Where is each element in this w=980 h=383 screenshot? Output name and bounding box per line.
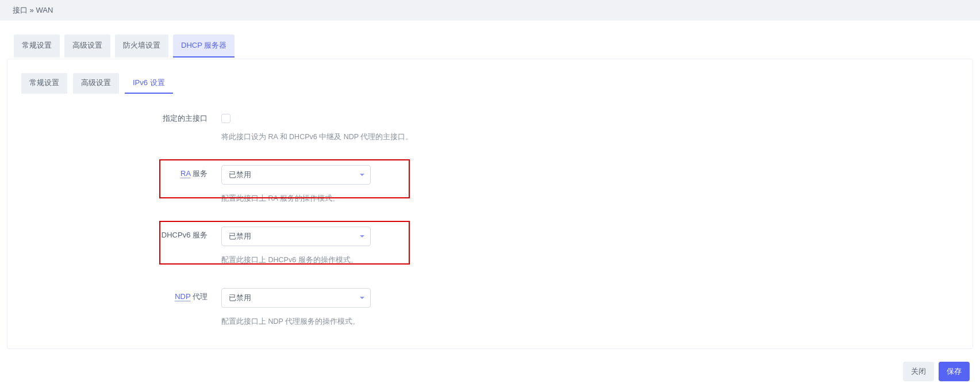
help-ndp-proxy: 配置此接口上 NDP 代理服务的操作模式。 xyxy=(221,317,371,327)
chevron-down-icon xyxy=(360,174,364,176)
footer-actions: 关闭 保存 xyxy=(7,362,970,381)
field-ra-service: RA 服务 已禁用 配置此接口上 RA 服务的操作模式。 xyxy=(19,162,961,207)
select-ndp-proxy[interactable]: 已禁用 xyxy=(221,288,371,308)
field-master-interface: 指定的主接口 将此接口设为 RA 和 DHCPv6 中继及 NDP 代理的主接口… xyxy=(19,106,961,145)
chevron-down-icon xyxy=(360,235,364,238)
tab-advanced[interactable]: 高级设置 xyxy=(64,35,110,58)
select-dhcpv6-service[interactable]: 已禁用 xyxy=(221,227,371,246)
inner-tab-ipv6[interactable]: IPv6 设置 xyxy=(125,73,173,94)
breadcrumb-sep: » xyxy=(28,6,36,14)
label-ndp-proxy: NDP 代理 xyxy=(19,288,221,302)
label-ra-service: RA 服务 xyxy=(19,165,221,179)
tab-firewall[interactable]: 防火墙设置 xyxy=(115,35,168,58)
select-ra-service[interactable]: 已禁用 xyxy=(221,165,371,185)
chevron-down-icon xyxy=(360,297,364,299)
link-ndp[interactable]: NDP xyxy=(175,292,190,301)
inner-tab-general[interactable]: 常规设置 xyxy=(21,73,67,94)
select-dhcpv6-value: 已禁用 xyxy=(229,231,251,242)
dhcp-server-panel: 常规设置 高级设置 IPv6 设置 指定的主接口 将此接口设为 RA 和 DHC… xyxy=(7,59,973,349)
label-master-interface: 指定的主接口 xyxy=(19,110,221,124)
close-button[interactable]: 关闭 xyxy=(903,362,934,381)
checkbox-master-interface[interactable] xyxy=(221,114,230,123)
breadcrumb-interface[interactable]: 接口 xyxy=(13,6,28,14)
inner-tabs: 常规设置 高级设置 IPv6 设置 xyxy=(21,73,961,94)
label-dhcpv6-service: DHCPv6 服务 xyxy=(19,227,221,240)
label-ra-suffix: 服务 xyxy=(190,169,207,178)
save-button[interactable]: 保存 xyxy=(939,362,970,381)
tab-general[interactable]: 常规设置 xyxy=(14,35,60,58)
select-ndp-value: 已禁用 xyxy=(229,293,251,303)
field-ndp-proxy: NDP 代理 已禁用 配置此接口上 NDP 代理服务的操作模式。 xyxy=(19,285,961,330)
label-ndp-suffix: 代理 xyxy=(190,292,207,301)
help-ra-service: 配置此接口上 RA 服务的操作模式。 xyxy=(221,194,371,204)
help-master-interface: 将此接口设为 RA 和 DHCPv6 中继及 NDP 代理的主接口。 xyxy=(221,132,413,142)
help-dhcpv6-service: 配置此接口上 DHCPv6 服务的操作模式。 xyxy=(221,255,371,265)
outer-tabs: 常规设置 高级设置 防火墙设置 DHCP 服务器 xyxy=(14,35,973,58)
select-ra-value: 已禁用 xyxy=(229,170,251,180)
breadcrumb: 接口 » WAN xyxy=(0,0,980,21)
link-ra[interactable]: RA xyxy=(180,169,190,178)
field-dhcpv6-service: DHCPv6 服务 已禁用 配置此接口上 DHCPv6 服务的操作模式。 xyxy=(19,223,961,269)
inner-tab-advanced[interactable]: 高级设置 xyxy=(73,73,119,94)
tab-dhcp-server[interactable]: DHCP 服务器 xyxy=(173,35,235,58)
breadcrumb-wan: WAN xyxy=(36,6,53,14)
